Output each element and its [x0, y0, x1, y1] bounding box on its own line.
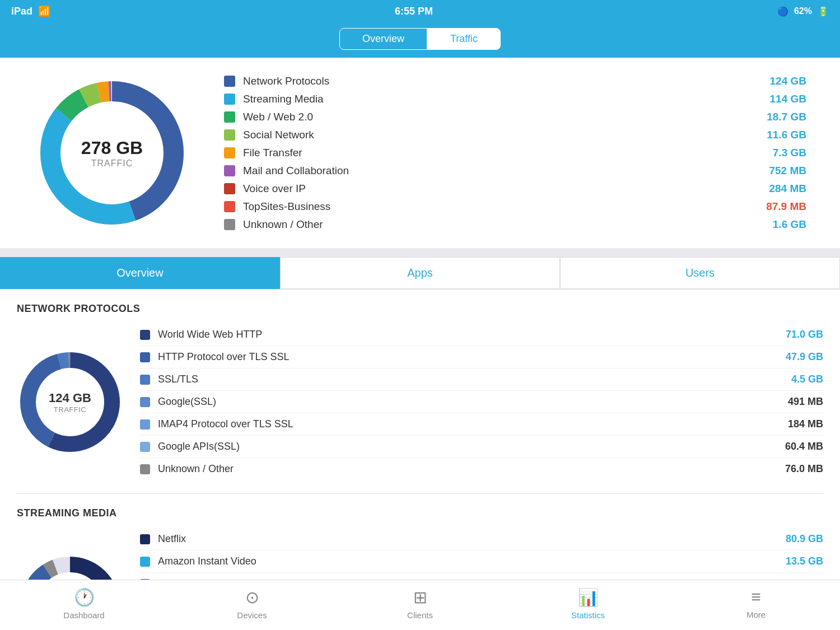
legend-value-8: 1.6 GB: [762, 218, 806, 231]
tab-statistics[interactable]: 📊 Statistics: [560, 587, 616, 620]
statistics-icon: 📊: [578, 587, 599, 607]
legend-dot-6: [224, 183, 235, 194]
sub-tab-apps[interactable]: Apps: [280, 257, 560, 289]
tab-more-label: More: [746, 610, 766, 619]
network-protocols-list: World Wide Web HTTP 71.0 GB HTTP Protoco…: [140, 324, 823, 480]
np-value-6: 76.0 MB: [767, 463, 823, 475]
legend-dot-1: [224, 94, 235, 105]
np-item-3: Google(SSL) 491 MB: [140, 391, 823, 413]
np-dot-2: [140, 375, 150, 385]
np-label-1: HTTP Protocol over TLS SSL: [158, 351, 759, 363]
np-label-2: SSL/TLS: [158, 374, 759, 385]
sm-label-0: Netflix: [158, 533, 759, 545]
legend-value-2: 18.7 GB: [762, 111, 806, 123]
status-bar: iPad 📶 6:55 PM 🔵 62% 🔋: [0, 0, 840, 22]
network-protocols-body: 124 GB TRAFFIC World Wide Web HTTP 71.0 …: [17, 324, 823, 480]
legend-value-5: 752 MB: [762, 165, 806, 177]
legend-label-1: Streaming Media: [243, 93, 754, 105]
legend-item-4: File Transfer 7.3 GB: [224, 147, 806, 159]
np-item-4: IMAP4 Protocol over TLS SSL 184 MB: [140, 413, 823, 436]
legend-dot-8: [224, 219, 235, 230]
np-dot-1: [140, 352, 150, 362]
legend-dot-5: [224, 165, 235, 176]
np-item-0: World Wide Web HTTP 71.0 GB: [140, 324, 823, 346]
np-item-6: Unknown / Other 76.0 MB: [140, 458, 823, 480]
status-right: 🔵 62% 🔋: [777, 6, 829, 17]
battery-icon: 🔋: [818, 6, 829, 17]
np-value-2: 4.5 GB: [767, 374, 823, 385]
np-dot-5: [140, 442, 150, 452]
np-label-4: IMAP4 Protocol over TLS SSL: [158, 418, 759, 430]
np-value-5: 60.4 MB: [767, 441, 823, 452]
section-separator: [0, 248, 840, 257]
sm-dot-0: [140, 534, 150, 544]
tab-devices[interactable]: ⊙ Devices: [224, 587, 280, 620]
network-protocols-donut: 124 GB TRAFFIC: [17, 349, 123, 455]
tab-bar: 🕐 Dashboard ⊙ Devices ⊞ Clients 📊 Statis…: [0, 580, 840, 630]
tab-dashboard[interactable]: 🕐 Dashboard: [56, 587, 112, 620]
bluetooth-icon: 🔵: [777, 6, 788, 17]
np-value-3: 491 MB: [767, 396, 823, 408]
np-item-5: Google APIs(SSL) 60.4 MB: [140, 436, 823, 458]
np-value-4: 184 MB: [767, 418, 823, 430]
np-label-3: Google(SSL): [158, 396, 759, 408]
legend-dot-7: [224, 201, 235, 212]
tab-statistics-label: Statistics: [571, 610, 605, 620]
np-label-0: World Wide Web HTTP: [158, 329, 759, 340]
time-display: 6:55 PM: [395, 6, 433, 17]
legend-item-5: Mail and Collaboration 752 MB: [224, 165, 806, 177]
legend-item-7: TopSites-Business 87.9 MB: [224, 200, 806, 213]
device-info: iPad 📶: [11, 5, 50, 17]
tab-more[interactable]: ≡ More: [728, 587, 784, 619]
tab-clients-label: Clients: [407, 610, 433, 620]
tab-dashboard-label: Dashboard: [63, 610, 104, 620]
sm-dot-1: [140, 557, 150, 567]
sm-label-1: Amazon Instant Video: [158, 556, 759, 567]
network-protocols-title: NETWORK PROTOCOLS: [17, 303, 823, 315]
sub-tab-overview[interactable]: Overview: [0, 257, 280, 289]
legend-label-0: Network Protocols: [243, 75, 754, 87]
legend-item-6: Voice over IP 284 MB: [224, 183, 806, 195]
legend-item-0: Network Protocols 124 GB: [224, 75, 806, 87]
streaming-media-title: STREAMING MEDIA: [17, 507, 823, 519]
devices-icon: ⊙: [245, 587, 259, 607]
legend-label-8: Unknown / Other: [243, 218, 754, 231]
legend-value-1: 114 GB: [762, 93, 806, 105]
more-icon: ≡: [751, 587, 761, 606]
np-dot-6: [140, 464, 150, 474]
np-label-5: Google APIs(SSL): [158, 441, 759, 452]
legend-dot-2: [224, 111, 235, 123]
legend-dot-0: [224, 76, 235, 87]
legend-value-0: 124 GB: [762, 75, 806, 87]
legend-value-6: 284 MB: [762, 183, 806, 195]
sm-item-1: Amazon Instant Video 13.5 GB: [140, 550, 823, 573]
legend-label-3: Social Network: [243, 129, 754, 141]
clients-icon: ⊞: [413, 587, 427, 607]
network-protocols-section: NETWORK PROTOCOLS 124 GB TRAFFIC: [0, 290, 840, 493]
legend-label-5: Mail and Collaboration: [243, 165, 754, 177]
top-nav: Overview Traffic: [0, 22, 840, 58]
sm-value-1: 13.5 GB: [767, 556, 823, 567]
dashboard-icon: 🕐: [74, 587, 95, 607]
sm-value-0: 80.9 GB: [767, 533, 823, 545]
chart-legend: Network Protocols 124 GB Streaming Media…: [224, 75, 806, 231]
tab-overview[interactable]: Overview: [339, 28, 427, 50]
legend-label-7: TopSites-Business: [243, 200, 754, 213]
np-total-label: TRAFFIC: [49, 405, 91, 413]
legend-label-6: Voice over IP: [243, 183, 754, 195]
tab-clients[interactable]: ⊞ Clients: [392, 587, 448, 620]
legend-item-1: Streaming Media 114 GB: [224, 93, 806, 105]
np-item-2: SSL/TLS 4.5 GB: [140, 368, 823, 391]
sm-item-0: Netflix 80.9 GB: [140, 528, 823, 550]
legend-item-3: Social Network 11.6 GB: [224, 129, 806, 141]
legend-value-3: 11.6 GB: [762, 129, 806, 141]
legend-value-4: 7.3 GB: [762, 147, 806, 159]
sub-tab-users[interactable]: Users: [560, 257, 840, 289]
legend-label-4: File Transfer: [243, 147, 754, 159]
legend-item-8: Unknown / Other 1.6 GB: [224, 218, 806, 231]
chart-section: 278 GB TRAFFIC Network Protocols 124 GB …: [0, 58, 840, 248]
total-gb: 278 GB: [81, 138, 143, 158]
network-protocols-donut-label: 124 GB TRAFFIC: [49, 390, 91, 413]
tab-traffic[interactable]: Traffic: [427, 28, 501, 50]
np-value-1: 47.9 GB: [767, 351, 823, 363]
